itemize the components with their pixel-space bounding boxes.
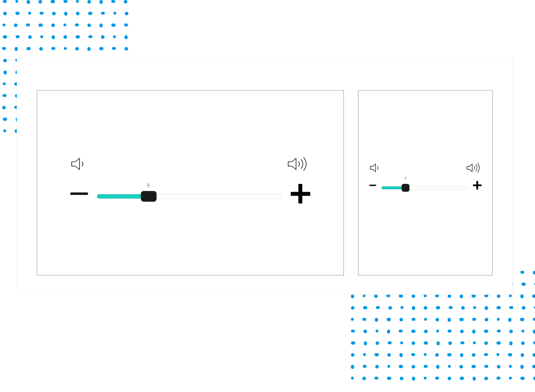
preview-card: [17, 58, 513, 295]
speaker-high-icon: [466, 162, 482, 174]
volume-decrease-button[interactable]: [369, 185, 376, 186]
volume-slider-large[interactable]: [97, 189, 282, 199]
slider-row-large: [70, 184, 310, 203]
slider-row-small: [369, 181, 482, 190]
slider-thumb[interactable]: [141, 191, 157, 202]
speaker-high-icon: [287, 155, 310, 173]
volume-decrease-button[interactable]: [70, 192, 88, 195]
volume-increase-button[interactable]: [473, 181, 482, 190]
volume-increase-button[interactable]: [291, 184, 310, 203]
slider-track[interactable]: [97, 194, 282, 199]
speaker-low-icon: [369, 162, 382, 174]
volume-icons-row-small: [369, 162, 482, 174]
volume-control-small: [369, 162, 482, 205]
volume-control-large: [70, 155, 310, 212]
slider-track[interactable]: [381, 186, 468, 190]
volume-slider-small[interactable]: [381, 181, 468, 190]
speaker-low-icon: [70, 155, 89, 172]
lightning-icon: [146, 182, 151, 189]
lightning-icon: [404, 176, 407, 181]
volume-icons-row: [70, 155, 310, 173]
slider-thumb[interactable]: [402, 184, 409, 192]
volume-panel-large: [37, 90, 344, 275]
volume-panel-small: [358, 90, 493, 275]
